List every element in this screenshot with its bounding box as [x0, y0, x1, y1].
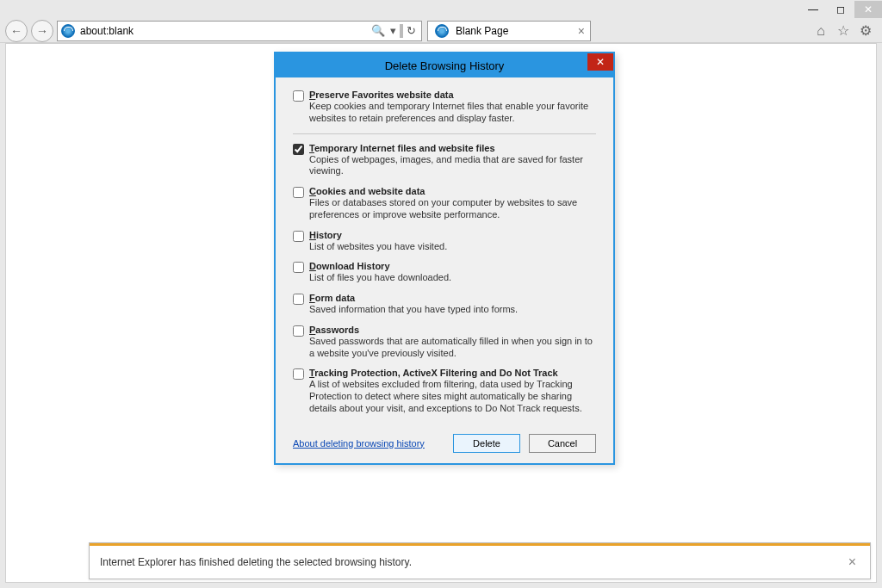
option-desc: Keep cookies and temporary Internet file…: [309, 101, 596, 125]
option-title: Form data: [309, 293, 596, 303]
refresh-icon[interactable]: ↻: [405, 24, 418, 37]
option-desc: Saved information that you have typed in…: [309, 304, 596, 316]
delete-button[interactable]: Delete: [453, 434, 520, 453]
toolbar-icons: ⌂ ☆ ⚙: [813, 23, 877, 39]
gear-icon[interactable]: ⚙: [858, 23, 873, 39]
back-button[interactable]: ←: [5, 20, 28, 42]
notification-message: Internet Explorer has finished deleting …: [100, 556, 845, 568]
window-minimize-button[interactable]: —: [799, 1, 827, 18]
address-input[interactable]: [78, 25, 370, 37]
checkbox-form-data[interactable]: [293, 294, 304, 305]
option-cookies: Cookies and website data Files or databa…: [293, 186, 596, 221]
forward-button[interactable]: →: [31, 20, 53, 42]
dialog-body: Preserve Favorites website data Keep coo…: [276, 77, 613, 463]
checkbox-passwords[interactable]: [293, 325, 304, 337]
option-desc: Copies of webpages, images, and media th…: [309, 154, 596, 178]
ie-icon: [61, 24, 75, 38]
checkbox-download-history[interactable]: [293, 262, 304, 273]
tab-label: Blank Page: [452, 25, 576, 37]
option-download-history: Download History List of files you have …: [293, 261, 596, 284]
notification-close-icon[interactable]: ×: [845, 554, 860, 570]
dialog-titlebar: Delete Browsing History ✕: [276, 53, 613, 77]
window-titlebar: — ◻ ✕: [0, 0, 882, 19]
checkbox-cookies[interactable]: [293, 187, 304, 198]
address-dropdown-icon[interactable]: ▾: [388, 24, 398, 37]
search-icon[interactable]: 🔍: [370, 24, 387, 37]
dialog-footer: About deleting browsing history Delete C…: [293, 434, 596, 453]
option-tracking-protection: Tracking Protection, ActiveX Filtering a…: [293, 368, 596, 414]
option-preserve-favorites: Preserve Favorites website data Keep coo…: [293, 90, 596, 125]
address-bar[interactable]: 🔍 ▾ ↻: [57, 21, 422, 41]
browser-toolbar: ← → 🔍 ▾ ↻ Blank Page × ⌂ ☆ ⚙: [0, 19, 882, 43]
option-desc: Files or databases stored on your comput…: [309, 197, 596, 221]
option-passwords: Passwords Saved passwords that are autom…: [293, 325, 596, 360]
address-controls: 🔍 ▾ ↻: [370, 24, 421, 38]
divider: [293, 133, 596, 134]
option-title: History: [309, 230, 596, 240]
dialog-title: Delete Browsing History: [385, 59, 505, 72]
checkbox-temp-files[interactable]: [293, 144, 304, 155]
ie-icon: [435, 24, 449, 38]
checkbox-preserve-favorites[interactable]: [293, 90, 304, 102]
notification-bar: Internet Explorer has finished deleting …: [89, 542, 871, 579]
window-close-button[interactable]: ✕: [854, 1, 882, 18]
option-title: Cookies and website data: [309, 186, 596, 196]
option-temp-files: Temporary Internet files and website fil…: [293, 143, 596, 178]
option-desc: A list of websites excluded from filteri…: [309, 379, 596, 414]
option-title: Tracking Protection, ActiveX Filtering a…: [309, 368, 596, 378]
option-title: Download History: [309, 261, 596, 271]
checkbox-history[interactable]: [293, 231, 304, 242]
option-desc: Saved passwords that are automatically f…: [309, 336, 596, 360]
window-maximize-button[interactable]: ◻: [827, 1, 854, 18]
option-desc: List of websites you have visited.: [309, 241, 596, 253]
option-form-data: Form data Saved information that you hav…: [293, 293, 596, 316]
favorites-icon[interactable]: ☆: [835, 23, 851, 39]
option-title: Passwords: [309, 325, 596, 335]
home-icon[interactable]: ⌂: [813, 23, 829, 39]
cancel-button[interactable]: Cancel: [529, 434, 596, 453]
dialog-close-button[interactable]: ✕: [587, 53, 613, 71]
option-title: Preserve Favorites website data: [309, 90, 596, 100]
delete-browsing-history-dialog: Delete Browsing History ✕ Preserve Favor…: [274, 52, 615, 465]
option-title: Temporary Internet files and website fil…: [309, 143, 596, 153]
tab-close-icon[interactable]: ×: [576, 24, 587, 38]
separator: [400, 24, 403, 38]
checkbox-tracking-protection[interactable]: [293, 368, 304, 380]
option-history: History List of websites you have visite…: [293, 230, 596, 253]
option-desc: List of files you have downloaded.: [309, 272, 596, 284]
about-deleting-link[interactable]: About deleting browsing history: [293, 438, 444, 449]
browser-tab[interactable]: Blank Page ×: [427, 21, 591, 41]
